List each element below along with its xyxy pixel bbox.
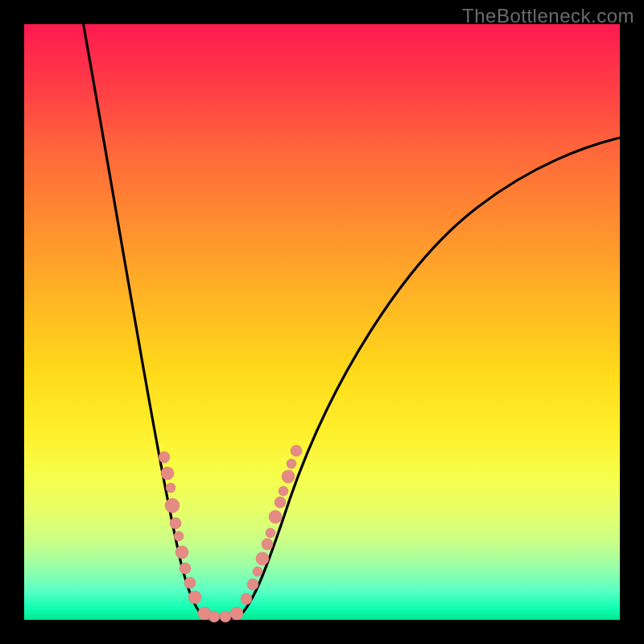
data-marker xyxy=(166,483,175,493)
watermark-text: TheBottleneck.com xyxy=(462,5,634,27)
data-marker xyxy=(266,528,275,538)
data-marker xyxy=(279,486,288,496)
marker-layer xyxy=(159,445,302,622)
chart-frame: TheBottleneck.com xyxy=(0,0,644,644)
data-marker xyxy=(161,467,174,480)
data-marker xyxy=(174,531,184,541)
curve-right-branch xyxy=(240,137,624,616)
data-marker xyxy=(291,445,302,456)
data-marker xyxy=(208,611,220,622)
curve-group xyxy=(80,8,624,619)
data-marker xyxy=(241,593,252,605)
data-marker xyxy=(256,552,269,565)
data-marker xyxy=(184,577,196,588)
data-marker xyxy=(247,579,258,590)
data-marker xyxy=(180,563,191,574)
data-marker xyxy=(165,498,180,513)
curve-left-branch xyxy=(80,8,203,616)
plot-area xyxy=(24,24,620,620)
data-marker xyxy=(159,452,170,463)
data-marker xyxy=(262,539,273,550)
data-marker xyxy=(269,510,282,523)
data-marker xyxy=(230,607,243,620)
data-marker xyxy=(287,459,296,469)
data-marker xyxy=(253,567,262,576)
data-marker xyxy=(220,611,231,622)
chart-svg xyxy=(24,24,620,620)
data-marker xyxy=(175,546,188,559)
data-marker xyxy=(275,497,286,508)
data-marker xyxy=(170,518,181,529)
data-marker xyxy=(188,591,201,604)
data-marker xyxy=(282,470,295,483)
